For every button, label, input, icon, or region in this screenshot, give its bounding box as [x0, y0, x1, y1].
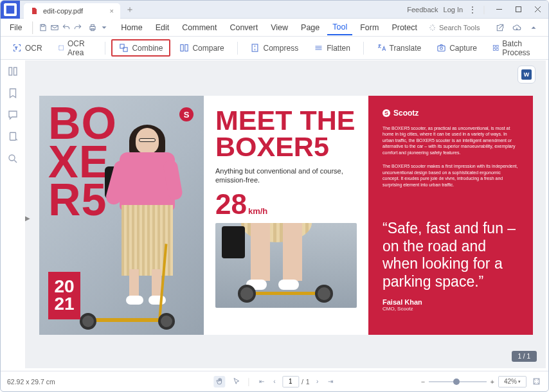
compare-button[interactable]: Compare — [173, 40, 230, 56]
svg-rect-6 — [91, 24, 94, 26]
page-indicator: 1 / 1 — [512, 351, 537, 362]
file-menu[interactable]: File — [4, 22, 27, 33]
kebab-menu-icon[interactable]: ⋮ — [468, 4, 477, 15]
attachment-icon[interactable] — [7, 131, 19, 143]
thumbnails-icon[interactable] — [7, 66, 19, 77]
svg-rect-14 — [253, 44, 258, 51]
document-tab[interactable]: edit-copy.pdf × — [24, 3, 120, 19]
flatten-button[interactable]: Flatten — [307, 40, 357, 56]
scootz-logo-small: S — [179, 107, 194, 121]
dropdown-icon[interactable] — [100, 21, 109, 35]
ocr-button[interactable]: TOCR — [6, 40, 49, 56]
export-word-badge[interactable]: W — [518, 66, 536, 84]
app-logo — [1, 1, 20, 19]
scooter-illustration — [75, 278, 184, 330]
svg-rect-9 — [59, 46, 63, 50]
menu-home[interactable]: Home — [116, 21, 147, 35]
pdf-page: BO XE R5 S 20 21 MEET THE BOXER5 Anythin… — [39, 96, 533, 335]
quote-role: CMO, Scootz — [382, 306, 519, 312]
menu-form[interactable]: Form — [355, 21, 384, 35]
redo-icon[interactable] — [73, 21, 82, 35]
bookmark-icon[interactable] — [7, 87, 19, 99]
batch-process-button[interactable]: Batch Process — [486, 36, 543, 60]
prev-page-icon[interactable]: ‹ — [269, 377, 280, 387]
svg-rect-2 — [516, 7, 521, 12]
testimonial-quote: “Safe, fast and fun – on the road and wh… — [382, 220, 519, 290]
maximize-button[interactable] — [511, 3, 525, 17]
search-tools-input[interactable] — [439, 24, 491, 31]
brand-header: S Scootz — [382, 109, 519, 118]
svg-point-16 — [440, 47, 443, 49]
minimize-button[interactable] — [492, 3, 506, 17]
save-icon[interactable] — [39, 21, 48, 35]
next-page-icon[interactable]: › — [312, 377, 323, 387]
svg-rect-13 — [185, 45, 188, 51]
year-badge: 20 21 — [48, 272, 80, 319]
compress-button[interactable]: Compress — [244, 40, 305, 56]
menu-comment[interactable]: Comment — [177, 21, 222, 35]
total-pages: 1 — [306, 378, 310, 386]
page-dimensions: 62.92 x 29.7 cm — [7, 378, 55, 386]
zoom-out-icon[interactable]: − — [421, 378, 425, 386]
menu-page[interactable]: Page — [296, 21, 325, 35]
zoom-slider[interactable] — [429, 381, 487, 382]
close-tab-icon[interactable]: × — [110, 7, 114, 15]
svg-rect-3 — [42, 24, 44, 26]
mail-icon[interactable] — [50, 21, 59, 35]
tool-toolbar: TOCR OCR Area Combine Compare Compress F… — [1, 37, 548, 60]
svg-rect-18 — [496, 46, 498, 48]
brochure-panel-middle: MEET THE BOXER5 Anything but conventiona… — [204, 96, 368, 335]
fit-page-icon[interactable] — [530, 376, 542, 388]
status-bar: 62.92 x 29.7 cm │ ⇤ ‹ / 1 › ⇥ − + 42%▾ — [1, 371, 548, 391]
body-paragraph-2: The BOXER5 scooter makes a first impress… — [382, 163, 519, 188]
zoom-value[interactable]: 42%▾ — [498, 376, 526, 388]
svg-point-24 — [9, 155, 15, 161]
svg-rect-12 — [181, 45, 183, 51]
pdf-file-icon — [30, 7, 38, 15]
menu-edit[interactable]: Edit — [150, 21, 175, 35]
login-link[interactable]: Log In — [444, 6, 464, 13]
zoom-in-icon[interactable]: + — [491, 378, 494, 386]
search-panel-icon[interactable] — [7, 153, 19, 165]
svg-rect-23 — [10, 132, 16, 140]
menu-bar: File │ Home Edit Comment Convert View Pa… — [1, 19, 548, 37]
quote-author: Faisal Khan — [382, 298, 519, 306]
collapse-ribbon-icon[interactable] — [526, 21, 541, 35]
subheading: Anything but conventional and of course,… — [215, 166, 357, 185]
sparkle-icon — [429, 24, 437, 31]
svg-rect-22 — [14, 67, 17, 75]
headline: MEET THE BOXER5 — [215, 107, 357, 160]
select-tool-icon[interactable] — [230, 376, 242, 388]
first-page-icon[interactable]: ⇤ — [256, 377, 267, 387]
svg-rect-17 — [493, 46, 495, 48]
svg-rect-21 — [9, 67, 12, 75]
svg-rect-19 — [493, 48, 495, 50]
svg-rect-20 — [496, 48, 498, 50]
menu-view[interactable]: View — [266, 21, 293, 35]
cloud-icon[interactable] — [510, 21, 524, 35]
ocr-area-button[interactable]: OCR Area — [51, 36, 98, 60]
feedback-link[interactable]: Feedback — [407, 6, 438, 13]
svg-rect-1 — [6, 5, 15, 13]
hand-tool-icon[interactable] — [213, 376, 225, 388]
menu-convert[interactable]: Convert — [224, 21, 263, 35]
translate-button[interactable]: Translate — [370, 40, 428, 56]
print-icon[interactable] — [88, 21, 97, 35]
expand-sidebar-caret[interactable]: ▶ — [25, 215, 30, 222]
undo-icon[interactable] — [62, 21, 71, 35]
last-page-icon[interactable]: ⇥ — [325, 377, 336, 387]
brochure-panel-right: S Scootz The BOXER5 scooter, as practica… — [368, 96, 533, 335]
menu-protect[interactable]: Protect — [386, 21, 422, 35]
share-icon[interactable] — [493, 21, 507, 35]
tab-title: edit-copy.pdf — [43, 7, 83, 15]
page-navigation: ⇤ ‹ / 1 › ⇥ — [256, 376, 336, 388]
brochure-panel-left: BO XE R5 S 20 21 — [39, 96, 204, 335]
menu-tool[interactable]: Tool — [327, 20, 352, 35]
current-page-input[interactable] — [282, 376, 299, 388]
close-window-button[interactable] — [530, 3, 544, 17]
comment-icon[interactable] — [7, 109, 19, 121]
capture-button[interactable]: Capture — [430, 40, 483, 56]
document-viewport[interactable]: W ▶ BO XE R5 S 20 21 MEET THE BOXER5 — [25, 60, 546, 368]
new-tab-button[interactable]: ＋ — [125, 4, 134, 15]
combine-button[interactable]: Combine — [111, 39, 170, 57]
